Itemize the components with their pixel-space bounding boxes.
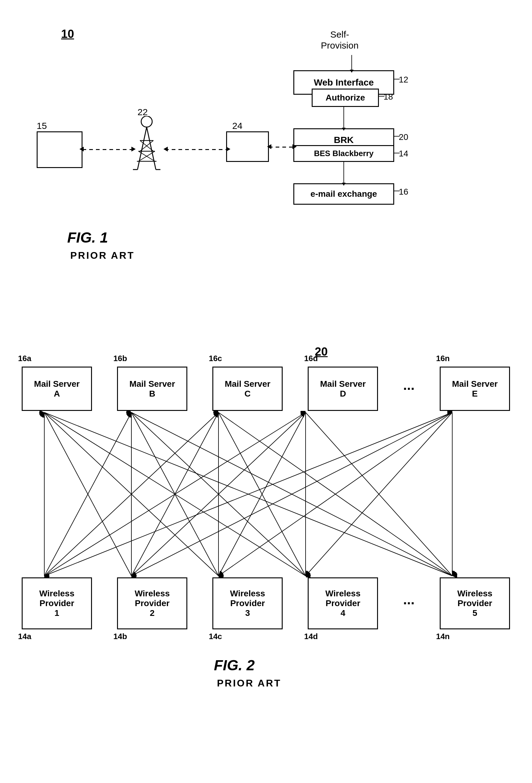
ref14b-label: 14b — [113, 632, 127, 641]
fig2-title: FIG. 2 — [214, 657, 254, 674]
ref16b-label: 16b — [113, 354, 127, 363]
arrow-auth-brk — [343, 107, 344, 128]
bes-box: BES Blackberry — [293, 145, 394, 162]
arrow-to-brk — [292, 144, 297, 149]
arrow-to-device — [80, 147, 84, 152]
wireless-provider-1: 14a WirelessProvider1 — [22, 577, 92, 629]
ref22-label: 22 — [137, 107, 148, 117]
svg-line-34 — [44, 412, 452, 576]
svg-line-35 — [131, 412, 452, 576]
tower — [128, 116, 165, 171]
svg-line-25 — [131, 412, 218, 576]
ref20-label: 20 — [399, 132, 408, 142]
ref15-label: 15 — [37, 121, 47, 131]
mail-server-b: 16b Mail ServerB — [117, 367, 187, 411]
fig1-title: FIG. 1 — [67, 229, 108, 246]
ref24-label: 24 — [232, 121, 242, 131]
svg-line-1 — [137, 127, 147, 169]
arrow-bes-email — [343, 162, 344, 183]
mail-server-d: 16d Mail ServerD — [308, 367, 378, 411]
mail-server-a: 16a Mail ServerA — [22, 367, 92, 411]
mail-server-c: 16c Mail ServerC — [212, 367, 283, 411]
mail-server-e: 16n Mail ServerE — [440, 367, 510, 411]
ref14d-label: 14d — [304, 632, 318, 641]
box24 — [226, 131, 269, 162]
svg-line-19 — [44, 412, 131, 576]
ref16-label: 16 — [399, 187, 408, 197]
svg-line-17 — [44, 412, 306, 576]
svg-line-31 — [218, 412, 306, 576]
fig1-diagram: 10 Self-Provision Web Interface Authoriz… — [0, 12, 532, 342]
ref14n-label: 14n — [436, 632, 450, 641]
dashed-line-device-tower — [83, 149, 133, 150]
self-provision-label: Self-Provision — [321, 29, 358, 51]
svg-line-18 — [44, 412, 452, 576]
dots-between-d-e: ··· — [403, 381, 415, 397]
ref16c-label: 16c — [209, 354, 222, 363]
fig1-diagram-number: 10 — [61, 28, 74, 41]
dots-between-wp4-wp5: ··· — [403, 595, 415, 611]
svg-line-24 — [44, 412, 218, 576]
dashed-line-box24-brk — [269, 147, 295, 148]
ref12-label: 12 — [399, 75, 408, 85]
arrow-from-box24 — [267, 144, 271, 149]
arrow-to-box24 — [226, 147, 230, 152]
ref18-label: 18 — [383, 92, 393, 102]
fig1-prior-art: PRIOR ART — [70, 250, 135, 261]
ref14a-label: 14a — [18, 632, 31, 641]
ref16a-label: 16a — [18, 354, 31, 363]
svg-line-22 — [131, 412, 306, 576]
svg-line-23 — [131, 412, 452, 576]
wireless-provider-4: 14d WirelessProvider4 — [308, 577, 378, 629]
connections-svg — [9, 411, 523, 577]
wireless-provider-row: 14a WirelessProvider1 14b WirelessProvid… — [9, 577, 523, 629]
arrow-from-device — [131, 147, 136, 152]
dashed-line-tower-box24 — [165, 149, 228, 150]
svg-point-0 — [141, 116, 152, 127]
svg-line-29 — [44, 412, 306, 576]
wireless-provider-5: 14n WirelessProvider5 — [440, 577, 510, 629]
wireless-provider-3: 14c WirelessProvider3 — [212, 577, 283, 629]
ref16d-label: 16d — [304, 354, 318, 363]
ref16n-label: 16n — [436, 354, 450, 363]
svg-line-16 — [44, 412, 218, 576]
email-exchange-box: e-mail exchange — [293, 183, 394, 205]
svg-line-36 — [218, 412, 452, 576]
svg-line-21 — [131, 412, 218, 576]
svg-line-15 — [44, 412, 131, 576]
svg-line-30 — [131, 412, 306, 576]
arrow-self-provision — [351, 55, 352, 70]
svg-line-27 — [218, 412, 306, 576]
ref14-label: 14 — [399, 149, 408, 159]
wireless-provider-2: 14b WirelessProvider2 — [117, 577, 187, 629]
svg-line-33 — [306, 412, 452, 576]
svg-line-28 — [218, 412, 452, 576]
authorize-box: Authorize — [312, 89, 379, 107]
svg-line-2 — [147, 127, 156, 169]
mail-server-row: 16a Mail ServerA 16b Mail ServerB 16c Ma… — [9, 367, 523, 411]
fig2-prior-art: PRIOR ART — [217, 678, 281, 689]
arrow-to-tower2 — [163, 147, 168, 152]
ref14c-label: 14c — [209, 632, 222, 641]
device-box — [37, 131, 83, 168]
svg-line-37 — [306, 412, 452, 576]
